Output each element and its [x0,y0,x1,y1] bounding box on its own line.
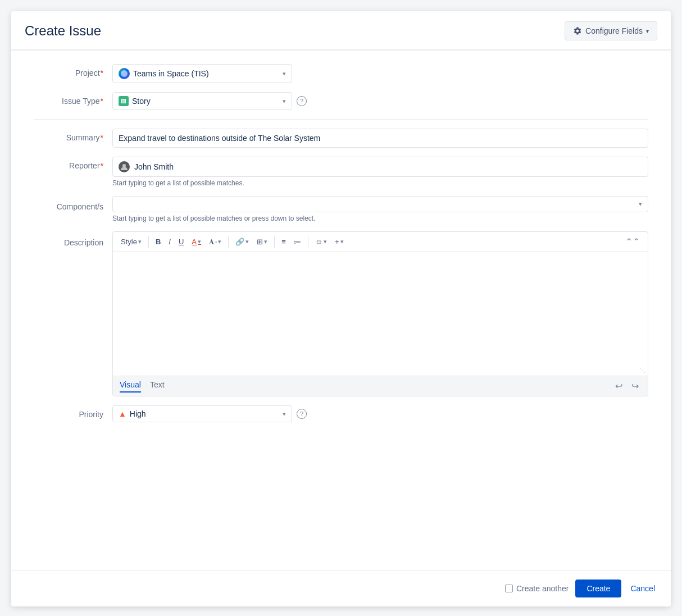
reporter-value: John Smith [134,162,174,171]
priority-high-icon: ▲ [119,409,126,418]
resize-handle-icon[interactable]: ⋱ [640,367,645,373]
summary-row: Summary* [34,129,648,148]
description-editor: Style ▾ B I U A ▾ 𝐀 ◦ [112,231,648,396]
issue-type-field: Story ▾ ? [112,92,648,110]
link-button[interactable]: 🔗 ▾ [232,235,252,248]
toolbar-divider-4 [308,236,308,248]
components-row: Component/s ▾ Start typing to get a list… [34,196,648,222]
reporter-avatar [119,161,130,172]
table-button[interactable]: ⊞ ▾ [253,235,271,248]
reporter-field: John Smith [112,157,648,177]
description-field: Style ▾ B I U A ▾ 𝐀 ◦ [112,231,648,396]
font-size-chevron-icon: ▾ [218,238,221,245]
summary-input[interactable] [112,129,648,148]
modal-body: Project* Teams in Space (TIS) ▾ Issue Ty… [11,51,671,570]
bullet-list-button[interactable]: ≡ [278,235,289,248]
project-label: Project* [34,64,112,77]
table-chevron-icon: ▾ [264,238,267,245]
svg-rect-0 [122,99,125,103]
description-content-area[interactable] [113,252,648,376]
bold-button[interactable]: B [152,235,164,248]
editor-footer: Visual Text ↩ ↪ [113,376,648,396]
redo-button[interactable]: ↪ [629,380,641,393]
configure-fields-chevron-icon: ▾ [646,28,649,34]
issue-type-dropdown-arrow-icon: ▾ [283,98,286,105]
tab-text[interactable]: Text [150,380,165,393]
issue-type-value: Story [132,97,151,106]
reporter-row: Reporter* John Smith Start typing to get… [34,157,648,187]
priority-field: ▲ High ▾ ? [112,405,648,422]
editor-toolbar: Style ▾ B I U A ▾ 𝐀 ◦ [113,232,648,252]
project-dropdown-arrow-icon: ▾ [283,70,286,77]
tab-visual[interactable]: Visual [120,380,141,393]
numbered-list-button[interactable]: ≔ [290,235,304,248]
issue-type-select[interactable]: Story ▾ [112,92,292,110]
priority-label: Priority [34,405,112,419]
project-icon [119,68,130,79]
components-field: ▾ [112,196,648,212]
undo-button[interactable]: ↩ [613,380,625,393]
editor-tabs: Visual Text [120,380,165,393]
priority-help-icon[interactable]: ? [297,409,307,419]
page-title: Create Issue [25,23,101,39]
issue-type-row: Issue Type* Story ▾ ? [34,92,648,110]
font-color-chevron-icon: ▾ [198,238,201,245]
link-chevron-icon: ▾ [245,238,249,245]
priority-value: High [130,409,146,418]
summary-label: Summary* [34,129,112,142]
toolbar-collapse-button[interactable]: ⌃⌃ [622,234,643,249]
create-another-checkbox[interactable] [505,585,513,592]
components-hint: Start typing to get a list of possible m… [112,215,316,222]
components-dropdown-arrow-icon: ▾ [639,200,642,208]
issue-type-label: Issue Type* [34,92,112,106]
toolbar-divider-2 [228,236,229,248]
priority-select[interactable]: ▲ High ▾ [112,405,292,422]
create-button[interactable]: Create [575,580,621,597]
emoji-chevron-icon: ▾ [324,238,327,245]
create-another-label[interactable]: Create another [505,584,569,593]
story-type-icon [119,96,129,106]
editor-footer-actions: ↩ ↪ [613,380,641,393]
create-issue-modal: Create Issue Configure Fields ▾ Project*… [11,11,671,606]
more-button[interactable]: + ▾ [331,235,347,248]
description-row: Description Style ▾ B I U [34,231,648,396]
configure-fields-label: Configure Fields [585,26,643,35]
summary-field [112,129,648,148]
toolbar-divider-3 [274,236,275,248]
more-chevron-icon: ▾ [340,238,344,245]
project-value: Teams in Space (TIS) [133,69,209,78]
project-select[interactable]: Teams in Space (TIS) ▾ [112,64,292,83]
reporter-label: Reporter* [34,157,112,177]
reporter-input[interactable]: John Smith [112,157,648,177]
modal-header: Create Issue Configure Fields ▾ [11,11,671,51]
modal-footer: Create another Create Cancel [11,570,671,606]
project-field: Teams in Space (TIS) ▾ [112,64,648,83]
project-row: Project* Teams in Space (TIS) ▾ [34,64,648,83]
components-select[interactable]: ▾ [112,196,648,212]
gear-icon [573,26,582,35]
underline-button[interactable]: U [175,235,187,248]
issue-type-help-icon[interactable]: ? [297,96,307,106]
emoji-button[interactable]: ☺ ▾ [312,235,330,248]
priority-row: Priority ▲ High ▾ ? [34,405,648,422]
reporter-hint: Start typing to get a list of possible m… [112,179,244,187]
priority-dropdown-arrow-icon: ▾ [283,410,286,418]
description-label: Description [34,231,112,247]
style-dropdown-button[interactable]: Style ▾ [117,235,145,248]
editor-content-wrap: ⋱ [113,252,648,376]
cancel-button[interactable]: Cancel [628,580,657,597]
font-size-button[interactable]: 𝐀 ◦ ▾ [206,235,225,249]
toolbar-divider-1 [148,236,149,248]
italic-button[interactable]: I [165,235,174,248]
style-chevron-icon: ▾ [138,238,142,245]
configure-fields-button[interactable]: Configure Fields ▾ [565,21,657,40]
font-color-button[interactable]: A ▾ [188,235,204,248]
components-label: Component/s [34,198,112,211]
form-divider [34,119,648,120]
